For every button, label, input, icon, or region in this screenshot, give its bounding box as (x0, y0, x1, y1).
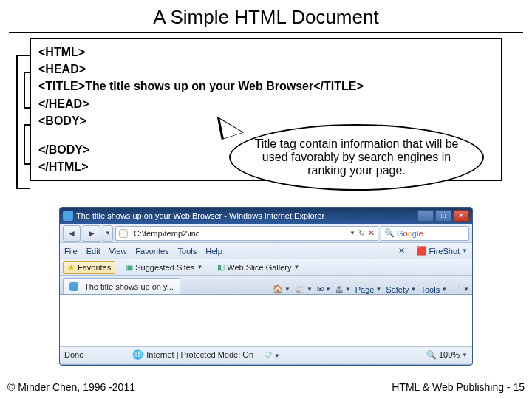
zoom-dropdown-icon: ▼ (462, 352, 468, 358)
menu-bar: File Edit View Favorites Tools Help ✕ 🟥 … (60, 243, 472, 259)
zoom-value: 100% (439, 350, 460, 359)
callout-bubble: Title tag contain information that will … (229, 124, 484, 191)
address-text: C:\temp\temp2\inc (134, 229, 200, 238)
status-bar: Done 🌐 Internet | Protected Mode: On 🛡 ▼… (60, 347, 472, 363)
web-slice[interactable]: ◧Web Slice Gallery ▼ (213, 261, 304, 273)
code-head-open: <HEAD> (38, 61, 494, 78)
feeds-button[interactable]: 📰 ▼ (295, 284, 313, 294)
minimize-button[interactable]: — (417, 210, 434, 222)
search-box[interactable]: 🔍 Google (381, 226, 469, 241)
toolbar-close-icon[interactable]: ✕ (398, 246, 405, 256)
page-menu[interactable]: Page ▼ (355, 285, 382, 294)
slice-icon: ◧ (217, 262, 225, 272)
browser-window: The title shows up on your Web Browser -… (59, 207, 473, 366)
globe-icon: 🌐 (132, 349, 143, 360)
window-buttons: — □ ✕ (417, 210, 469, 222)
stop-icon[interactable]: ✕ (368, 228, 375, 238)
search-provider-icon: 🔍 (384, 228, 395, 238)
tab-favicon (69, 282, 78, 291)
tab-row: The title shows up on y... 🏠 ▼ 📰 ▼ ✉ ▼ 🖶… (60, 276, 472, 295)
zoom-control[interactable]: 🔍 100% ▼ (426, 350, 468, 360)
home-button[interactable]: 🏠 ▼ (273, 284, 290, 294)
code-body-open: <BODY> (38, 112, 494, 129)
nav-row: ◄ ► ▼ C:\temp\temp2\inc ▼ ↻ ✕ 🔍 Google (60, 224, 472, 243)
code-title: <TITLE>The title shows up on your Web Br… (38, 78, 494, 95)
menu-file[interactable]: File (64, 247, 78, 256)
zone-text: Internet | Protected Mode: On (146, 350, 253, 359)
forward-button[interactable]: ► (83, 225, 100, 242)
print-button[interactable]: 🖶 ▼ (335, 285, 351, 294)
menu-favorites[interactable]: Favorites (135, 247, 168, 256)
shield-icon[interactable]: 🛡 ▼ (264, 350, 280, 359)
refresh-icon[interactable]: ↻ (358, 228, 365, 238)
close-button[interactable]: ✕ (453, 210, 469, 222)
menu-help[interactable]: Help (205, 247, 222, 256)
footer-copyright: © Minder Chen, 1996 -2011 (7, 381, 135, 393)
suggested-icon: ▣ (126, 262, 133, 272)
ie-icon (63, 211, 73, 221)
page-icon (119, 229, 128, 238)
code-head-close: </HEAD> (38, 95, 494, 112)
menu-view[interactable]: View (109, 247, 127, 256)
tools-menu[interactable]: Tools ▼ (420, 285, 447, 294)
safety-menu[interactable]: Safety ▼ (386, 285, 416, 294)
suggested-sites[interactable]: ▣Suggested Sites ▼ (121, 261, 207, 273)
back-button[interactable]: ◄ (63, 225, 81, 242)
page-content (60, 295, 472, 347)
tab-toolbar: 🏠 ▼ 📰 ▼ ✉ ▼ 🖶 ▼ Page ▼ Safety ▼ Tools ▼ … (273, 284, 469, 294)
zoom-icon: 🔍 (426, 350, 437, 360)
status-done: Done (64, 350, 83, 359)
maximize-button[interactable]: □ (435, 210, 451, 222)
code-html-open: <HTML> (38, 44, 494, 61)
callout-text: Title tag contain information that will … (244, 137, 469, 177)
address-dropdown-icon[interactable]: ▼ (349, 230, 355, 236)
fireshot-button[interactable]: 🟥 FireShot ▼ (417, 246, 468, 256)
tab-active[interactable]: The title shows up on y... (63, 278, 180, 294)
menu-edit[interactable]: Edit (86, 247, 100, 256)
window-title: The title shows up on your Web Browser -… (76, 211, 324, 220)
mail-button[interactable]: ✉ ▼ (317, 284, 331, 294)
favorites-bar: ★Favorites ▣Suggested Sites ▼ ◧Web Slice… (60, 259, 472, 276)
slide-title: A Simple HTML Document (0, 0, 532, 32)
title-rule (9, 32, 523, 33)
address-bar[interactable]: C:\temp\temp2\inc ▼ ↻ ✕ (115, 226, 378, 241)
recent-dropdown[interactable]: ▼ (103, 225, 113, 242)
favorites-button[interactable]: ★Favorites (63, 261, 115, 274)
menu-tools[interactable]: Tools (178, 247, 197, 256)
tab-label: The title shows up on y... (84, 282, 174, 291)
search-placeholder: Google (397, 229, 423, 238)
titlebar: The title shows up on your Web Browser -… (60, 208, 472, 224)
security-zone[interactable]: 🌐 Internet | Protected Mode: On (132, 349, 253, 360)
help-icon[interactable]: ❔▼ (451, 284, 469, 294)
footer-page: HTML & Web Publishing - 15 (392, 381, 525, 393)
star-icon: ★ (67, 262, 75, 273)
